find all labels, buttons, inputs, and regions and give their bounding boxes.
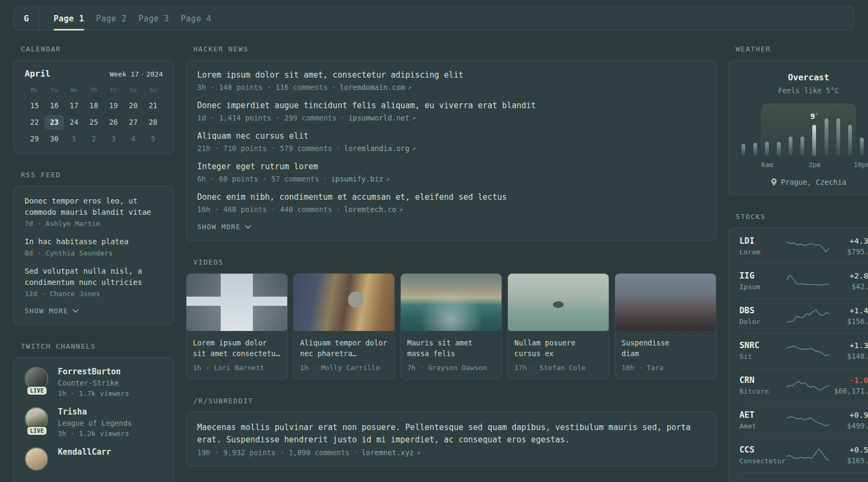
separator-dot: · bbox=[336, 144, 340, 153]
hackernews-item-domain-link[interactable]: loremlandia.org↗ bbox=[344, 144, 416, 153]
calendar-day: 5 bbox=[143, 132, 163, 146]
stock-row[interactable]: CCSConsectetur+0.51%$165.84 bbox=[739, 438, 868, 472]
hackernews-item-domain-link[interactable]: loremdomain.com↗ bbox=[340, 83, 411, 92]
tab-page-4[interactable]: Page 4 bbox=[181, 7, 212, 30]
calendar-day: 30 bbox=[44, 132, 64, 146]
calendar-day: 26 bbox=[103, 115, 123, 130]
stock-name: Amet bbox=[739, 422, 784, 430]
video-title: Nullam posuere cursus ex bbox=[514, 337, 602, 359]
calendar-day-selected: 23 bbox=[44, 115, 64, 130]
video-card[interactable]: Nullam posuere cursus ex17h · Stefan Col… bbox=[507, 273, 609, 380]
hackernews-item-meta: 16h · 468 points · 440 comments·loremtec… bbox=[197, 205, 705, 214]
weather-temp-value: 9 bbox=[810, 112, 815, 120]
video-card[interactable]: Aliquam tempor dolor nec pharetra…1h · M… bbox=[293, 273, 395, 380]
rss-item-title[interactable]: Sed volutpat nulla nisl, a condimentum n… bbox=[25, 266, 163, 288]
hackernews-item-domain-link[interactable]: ipsumworld.net↗ bbox=[348, 114, 416, 122]
stock-values: +2.84%$42.04 bbox=[832, 272, 868, 291]
rss-show-more-button[interactable]: SHOW MORE bbox=[25, 307, 79, 315]
stock-sparkline bbox=[787, 273, 829, 289]
hackernews-item-meta: 1d · 1,414 points · 299 comments·ipsumwo… bbox=[197, 114, 705, 122]
weather-hour-labels: 6am2pm10pm bbox=[742, 161, 868, 169]
hackernews-item-meta: 3h · 148 points · 116 comments·loremdoma… bbox=[197, 83, 705, 92]
calendar-day-header: Sa bbox=[123, 85, 143, 96]
stock-row[interactable]: SNRCSit+1.36%$148.64 bbox=[739, 333, 868, 368]
subreddit-post-stats: 19h · 9,932 points · 1,090 comments bbox=[197, 448, 349, 457]
stock-id: CRNBitcorn bbox=[739, 375, 784, 395]
stock-row[interactable]: AHS+0.46% bbox=[739, 472, 868, 482]
hackernews-show-more-button[interactable]: SHOW MORE bbox=[197, 223, 251, 231]
calendar-day-header: Tu bbox=[44, 85, 64, 96]
video-meta: 1h · Lori Barnett bbox=[193, 364, 281, 372]
hackernews-item-domain-link[interactable]: loremtech.co↗ bbox=[344, 205, 403, 214]
calendar-day-header: Fr bbox=[103, 85, 123, 96]
hackernews-item-stats: 3h · 148 points · 116 comments bbox=[197, 83, 328, 92]
stock-price: $42.04 bbox=[832, 282, 868, 291]
stock-change: +1.42% bbox=[832, 306, 868, 315]
videos-widget: VIDEOS Lorem ipsum dolor sit amet consec… bbox=[186, 258, 716, 380]
section-title-calendar: CALENDAR bbox=[21, 45, 174, 53]
app-logo[interactable]: G bbox=[14, 7, 39, 30]
subreddit-post: Maecenas mollis pulvinar erat non posuer… bbox=[197, 421, 705, 457]
stock-row[interactable]: IIGIpsum+2.84%$42.04 bbox=[739, 263, 868, 298]
rss-item-meta: 8d · Cynthia Saunders bbox=[25, 249, 163, 257]
rss-item-meta: 7d · Ashlyn Martin bbox=[25, 220, 163, 228]
hackernews-item-title[interactable]: Aliquam nec cursus elit bbox=[197, 131, 705, 142]
stock-values: +1.42%$156.28 bbox=[832, 306, 868, 326]
section-title-hackernews: HACKER NEWS bbox=[193, 45, 716, 53]
channel-category: Counter-Strike bbox=[58, 379, 129, 387]
rss-item: In hac habitasse platea8d · Cynthia Saun… bbox=[25, 236, 163, 257]
twitch-channel[interactable]: LIVEForrestBurtonCounter-Strike1h · 1.7k… bbox=[25, 367, 163, 397]
stock-price: $148.64 bbox=[832, 352, 868, 360]
avatar-wrap: LIVE bbox=[25, 407, 49, 435]
stock-sparkline bbox=[787, 447, 829, 463]
stock-row[interactable]: DBSDolor+1.42%$156.28 bbox=[739, 298, 868, 333]
rss-item-title[interactable]: In hac habitasse platea bbox=[25, 236, 163, 247]
hackernews-item-title[interactable]: Lorem ipsum dolor sit amet, consectetur … bbox=[197, 70, 705, 81]
hackernews-list: Lorem ipsum dolor sit amet, consectetur … bbox=[197, 70, 705, 214]
weather-bars bbox=[742, 111, 868, 156]
stocks-card: LDILorem+4.35%$795.18IIGIpsum+2.84%$42.0… bbox=[728, 228, 868, 482]
hackernews-item-title[interactable]: Donec imperdiet augue tincidunt felis al… bbox=[197, 100, 705, 111]
hackernews-item-domain: ipsumify.biz bbox=[331, 175, 384, 183]
weather-current-temp: 9° bbox=[810, 112, 818, 120]
video-card[interactable]: Suspendisse diam18h · Tara bbox=[615, 273, 716, 380]
subreddit-post-meta: 19h · 9,932 points · 1,090 comments · lo… bbox=[197, 448, 705, 457]
stock-row[interactable]: AETAmet+0.92%$499.72 bbox=[739, 403, 868, 438]
video-card[interactable]: Mauris sit amet massa felis7h · Grayson … bbox=[400, 273, 502, 380]
calendar-week: Week 17 bbox=[110, 70, 139, 78]
tab-page-1[interactable]: Page 1 bbox=[54, 7, 84, 30]
hackernews-item: Lorem ipsum dolor sit amet, consectetur … bbox=[197, 70, 705, 92]
weather-location: Prague, Czechia bbox=[742, 178, 868, 186]
stock-row[interactable]: LDILorem+4.35%$795.18 bbox=[739, 229, 868, 263]
separator-dot: · bbox=[323, 175, 327, 183]
tab-page-2[interactable]: Page 2 bbox=[96, 7, 126, 30]
hackernews-item-title[interactable]: Integer eget rutrum lorem bbox=[197, 161, 705, 172]
calendar-day: 16 bbox=[44, 99, 64, 113]
hackernews-item-domain-link[interactable]: ipsumify.biz↗ bbox=[331, 175, 390, 183]
live-badge: LIVE bbox=[27, 387, 47, 395]
stock-sparkline bbox=[787, 343, 829, 359]
twitch-channel[interactable]: KendallCarr bbox=[25, 447, 163, 475]
stock-ticker: IIG bbox=[739, 271, 784, 281]
hackernews-item-title[interactable]: Donec enim nibh, condimentum et accumsan… bbox=[197, 192, 705, 203]
calendar-day: 29 bbox=[25, 132, 44, 146]
calendar-day: 20 bbox=[123, 99, 143, 113]
stock-id: DBSDolor bbox=[739, 306, 784, 326]
twitch-channel[interactable]: LIVETrishaLeague of Legends3h · 1.2k vie… bbox=[25, 407, 163, 438]
channel-category: League of Legends bbox=[58, 419, 132, 427]
stock-name: Dolor bbox=[739, 318, 784, 326]
rss-item-title[interactable]: Donec tempor eros leo, ut commodo mauris… bbox=[25, 195, 163, 218]
video-card[interactable]: Lorem ipsum dolor sit amet consectetu…1h… bbox=[186, 273, 288, 380]
rss-item: Sed volutpat nulla nisl, a condimentum n… bbox=[25, 266, 163, 298]
stock-id: AETAmet bbox=[739, 410, 784, 430]
calendar-week-year: Week 17·2024 bbox=[110, 70, 163, 78]
stock-change: +0.51% bbox=[832, 446, 868, 454]
tab-page-3[interactable]: Page 3 bbox=[138, 7, 169, 30]
rss-item: Donec tempor eros leo, ut commodo mauris… bbox=[25, 195, 163, 228]
hackernews-item-stats: 1d · 1,414 points · 299 comments bbox=[197, 114, 336, 122]
subreddit-post-domain-link[interactable]: loremnet.xyz ↗ bbox=[362, 448, 421, 457]
stock-name: Bitcorn bbox=[739, 387, 784, 395]
subreddit-post-title[interactable]: Maecenas mollis pulvinar erat non posuer… bbox=[197, 421, 705, 446]
stock-row[interactable]: CRNBitcorn-1.00%$66,171.48 bbox=[739, 368, 868, 403]
stock-price: $795.18 bbox=[832, 247, 868, 256]
